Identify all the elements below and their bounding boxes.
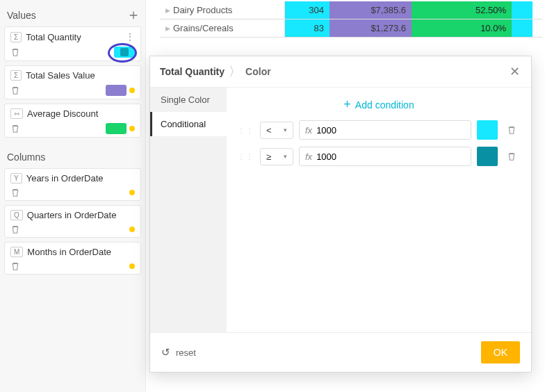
color-tabs: Single Color Conditional bbox=[150, 88, 227, 332]
tab-conditional[interactable]: Conditional bbox=[150, 112, 227, 136]
add-value-icon[interactable] bbox=[129, 10, 138, 20]
undo-icon: ↺ bbox=[161, 346, 170, 359]
warning-dot-icon bbox=[129, 190, 135, 195]
warning-dot-icon bbox=[129, 126, 135, 131]
condition-value-input[interactable] bbox=[316, 125, 465, 136]
trash-icon[interactable] bbox=[10, 188, 20, 197]
color-config-popover: Total Quantity 〉 Color ✕ Single Color Co… bbox=[149, 56, 532, 373]
column-name: Months in OrderDate bbox=[27, 247, 135, 257]
columns-section-header: Columns bbox=[4, 147, 141, 168]
trash-icon bbox=[507, 125, 516, 135]
discount-cell: 52.50% bbox=[412, 1, 512, 19]
columns-header-label: Columns bbox=[7, 152, 45, 163]
plus-icon: + bbox=[343, 97, 351, 112]
trash-icon[interactable] bbox=[10, 124, 20, 133]
operator-select[interactable]: ≥ ▾ bbox=[260, 148, 293, 165]
value-card[interactable]: Σ Total Quantity ⋮ bbox=[4, 26, 141, 61]
column-card[interactable]: M Months in OrderDate bbox=[4, 242, 141, 275]
row-label-cell[interactable]: ▶Grains/Cereals bbox=[160, 19, 285, 37]
condition-row: ⋮⋮ < ▾ fx bbox=[238, 120, 520, 140]
letter-icon: Y bbox=[10, 173, 22, 183]
warning-dot-icon bbox=[129, 227, 135, 232]
row-label-cell[interactable]: ▶Dairy Products bbox=[160, 1, 285, 19]
column-name: Quarters in OrderDate bbox=[27, 210, 135, 220]
drag-handle-icon[interactable]: ⋮⋮ bbox=[238, 126, 254, 134]
conditional-panel: + Add condition ⋮⋮ < ▾ fx ⋮⋮ bbox=[227, 88, 531, 332]
trash-icon[interactable] bbox=[10, 224, 20, 234]
sigma-icon: Σ bbox=[10, 70, 22, 81]
warning-dot-icon bbox=[129, 88, 135, 93]
color-swatch[interactable] bbox=[477, 147, 498, 166]
discount-cell: 10.0% bbox=[412, 19, 512, 37]
trash-icon[interactable] bbox=[10, 47, 20, 57]
sales-cell: $1,273.6 bbox=[330, 19, 412, 37]
breadcrumb: Total Quantity 〉 Color bbox=[160, 63, 271, 80]
popover-footer: ↺ reset OK bbox=[150, 332, 531, 372]
color-swatch[interactable] bbox=[477, 120, 498, 140]
values-header-label: Values bbox=[7, 10, 36, 21]
reset-button[interactable]: ↺ reset bbox=[161, 346, 196, 359]
config-sidebar: Values Σ Total Quantity ⋮ Σ Total Sales … bbox=[0, 0, 146, 392]
delete-condition-button[interactable] bbox=[503, 148, 520, 165]
column-name: Years in OrderDate bbox=[26, 173, 135, 183]
chevron-down-icon: ▾ bbox=[284, 126, 287, 133]
crumb-field: Total Quantity bbox=[160, 66, 225, 77]
warning-dot-icon bbox=[129, 263, 135, 269]
table-row: ▶Dairy Products 304 $7,385.6 52.50% bbox=[160, 1, 542, 19]
fx-icon[interactable]: fx bbox=[305, 125, 312, 136]
chevron-right-icon: 〉 bbox=[229, 63, 241, 80]
crumb-section: Color bbox=[245, 66, 271, 77]
expand-icon[interactable]: ▶ bbox=[165, 7, 170, 14]
drag-handle-icon[interactable]: ⋮⋮ bbox=[238, 153, 254, 161]
operator-select[interactable]: < ▾ bbox=[260, 122, 293, 139]
color-chip[interactable] bbox=[114, 47, 135, 58]
values-section-header: Values bbox=[4, 6, 141, 26]
value-name: Total Sales Value bbox=[26, 70, 135, 81]
tab-single-color[interactable]: Single Color bbox=[150, 88, 227, 112]
letter-icon: Q bbox=[10, 210, 23, 220]
popover-body: Single Color Conditional + Add condition… bbox=[150, 88, 531, 332]
fx-icon[interactable]: fx bbox=[305, 152, 312, 162]
value-card[interactable]: ⇿ Average Discount bbox=[4, 104, 141, 138]
chevron-down-icon: ▾ bbox=[284, 153, 287, 160]
value-name: Total Quantity bbox=[26, 32, 121, 42]
letter-icon: M bbox=[10, 247, 23, 257]
pad-cell bbox=[512, 19, 532, 37]
close-icon[interactable]: ✕ bbox=[510, 64, 520, 79]
trash-icon bbox=[507, 152, 516, 161]
trash-icon[interactable] bbox=[10, 85, 20, 95]
expand-icon[interactable]: ▶ bbox=[165, 25, 170, 32]
ok-button[interactable]: OK bbox=[481, 341, 520, 364]
trash-icon[interactable] bbox=[10, 261, 20, 271]
value-input-wrapper: fx bbox=[299, 120, 471, 140]
column-card[interactable]: Y Years in OrderDate bbox=[4, 168, 141, 201]
kebab-icon[interactable]: ⋮ bbox=[125, 31, 135, 42]
pad-cell bbox=[512, 1, 532, 19]
value-input-wrapper: fx bbox=[299, 147, 471, 166]
color-chip[interactable] bbox=[106, 85, 127, 96]
sales-cell: $7,385.6 bbox=[330, 1, 412, 19]
table-row: ▶Grains/Cereals 83 $1,273.6 10.0% bbox=[160, 19, 542, 38]
qty-cell: 83 bbox=[285, 19, 330, 37]
sigma-icon: Σ bbox=[10, 32, 22, 42]
color-chip[interactable] bbox=[106, 123, 127, 134]
condition-row: ⋮⋮ ≥ ▾ fx bbox=[238, 147, 520, 166]
qty-cell: 304 bbox=[285, 1, 330, 19]
delete-condition-button[interactable] bbox=[503, 122, 520, 138]
add-condition-button[interactable]: + Add condition bbox=[238, 97, 520, 120]
data-table: ▶Dairy Products 304 $7,385.6 52.50% ▶Gra… bbox=[160, 1, 542, 38]
value-card[interactable]: Σ Total Sales Value bbox=[4, 65, 141, 99]
column-card[interactable]: Q Quarters in OrderDate bbox=[4, 205, 141, 238]
condition-value-input[interactable] bbox=[316, 152, 465, 162]
value-name: Average Discount bbox=[27, 108, 135, 119]
popover-header: Total Quantity 〉 Color ✕ bbox=[150, 56, 531, 88]
avg-icon: ⇿ bbox=[10, 108, 23, 119]
